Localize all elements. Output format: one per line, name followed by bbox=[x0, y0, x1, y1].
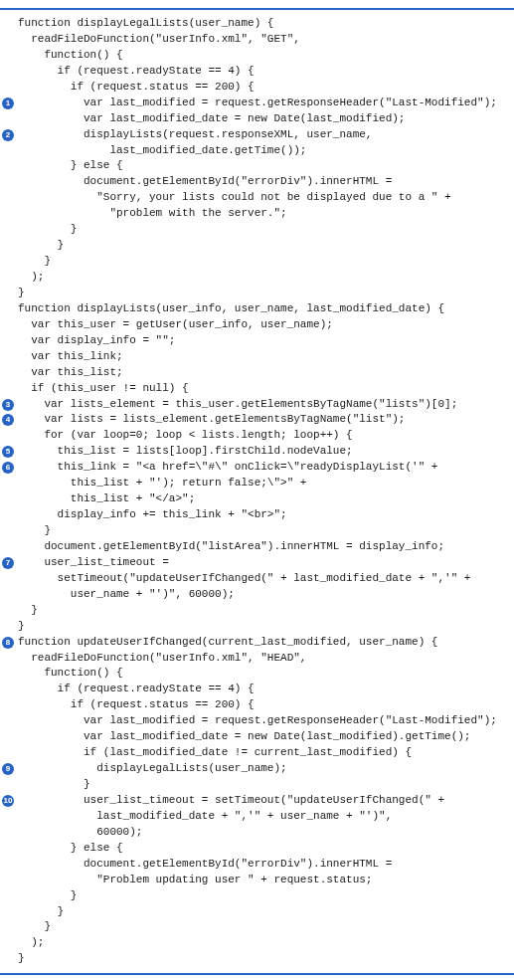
code-line: if (request.status == 200) { bbox=[0, 80, 514, 96]
code-line: 2 displayLists(request.responseXML, user… bbox=[0, 127, 514, 143]
code-area: function displayLegalLists(user_name) { … bbox=[0, 16, 514, 967]
code-text: } bbox=[18, 523, 514, 539]
code-text: displayLegalLists(user_name); bbox=[18, 761, 514, 777]
code-text: function() { bbox=[18, 666, 514, 682]
code-text: var this_list; bbox=[18, 365, 514, 381]
callout-number-icon: 3 bbox=[2, 399, 14, 411]
code-line: } bbox=[0, 777, 514, 793]
code-line: var this_link; bbox=[0, 349, 514, 365]
code-text: } bbox=[18, 777, 514, 793]
code-line: this_list + "'); return false;\">" + bbox=[0, 476, 514, 491]
code-text: if (request.status == 200) { bbox=[18, 80, 514, 96]
code-text: if (last_modified_date != current_last_m… bbox=[18, 745, 514, 761]
callout-number-icon: 1 bbox=[2, 98, 14, 109]
code-line: } bbox=[0, 619, 514, 635]
code-text: var last_modified_date = new Date(last_m… bbox=[18, 729, 514, 745]
code-text: "Sorry, your lists could not be displaye… bbox=[18, 190, 514, 206]
code-text: var last_modified_date = new Date(last_m… bbox=[18, 111, 514, 127]
code-text: this_list + "</a>"; bbox=[18, 491, 514, 507]
callout-number-icon: 7 bbox=[2, 557, 14, 569]
callout-number-icon: 2 bbox=[2, 129, 14, 141]
code-text: } bbox=[18, 238, 514, 254]
callout-marker: 10 bbox=[0, 793, 18, 809]
code-line: this_list + "</a>"; bbox=[0, 491, 514, 507]
code-line: var display_info = ""; bbox=[0, 333, 514, 349]
code-line: 6 this_link = "<a href=\"#\" onClick=\"r… bbox=[0, 460, 514, 476]
code-text: var lists_element = this_user.getElement… bbox=[18, 397, 514, 413]
code-line: } bbox=[0, 222, 514, 238]
code-line: } bbox=[0, 904, 514, 920]
code-line: var last_modified = request.getResponseH… bbox=[0, 713, 514, 729]
code-text: document.getElementById("errorDiv").inne… bbox=[18, 857, 514, 873]
code-line: } bbox=[0, 523, 514, 539]
code-line: function displayLists(user_info, user_na… bbox=[0, 301, 514, 317]
code-text: } bbox=[18, 603, 514, 619]
code-text: readFileDoFunction("userInfo.xml", "GET"… bbox=[18, 32, 514, 48]
code-text: } bbox=[18, 222, 514, 238]
code-text: "Problem updating user " + request.statu… bbox=[18, 873, 514, 888]
callout-number-icon: 4 bbox=[2, 414, 14, 426]
code-text: var this_user = getUser(user_info, user_… bbox=[18, 317, 514, 333]
code-text: this_list + "'); return false;\">" + bbox=[18, 476, 514, 491]
code-line: 4 var lists = lists_element.getElementsB… bbox=[0, 412, 514, 428]
callout-marker: 4 bbox=[0, 412, 18, 428]
code-line: 3 var lists_element = this_user.getEleme… bbox=[0, 397, 514, 413]
code-line: ); bbox=[0, 935, 514, 951]
callout-marker: 1 bbox=[0, 96, 18, 111]
code-text: if (this_user != null) { bbox=[18, 381, 514, 397]
code-line: "problem with the server."; bbox=[0, 206, 514, 222]
code-text: if (request.status == 200) { bbox=[18, 697, 514, 713]
code-line: var this_user = getUser(user_info, user_… bbox=[0, 317, 514, 333]
code-line: } bbox=[0, 254, 514, 270]
code-text: } else { bbox=[18, 841, 514, 857]
callout-marker: 6 bbox=[0, 460, 18, 476]
code-line: document.getElementById("listArea").inne… bbox=[0, 539, 514, 555]
code-text: } bbox=[18, 888, 514, 904]
code-text: var this_link; bbox=[18, 349, 514, 365]
code-line: } bbox=[0, 603, 514, 619]
code-text: function displayLegalLists(user_name) { bbox=[18, 16, 514, 32]
code-line: 9 displayLegalLists(user_name); bbox=[0, 761, 514, 777]
callout-number-icon: 5 bbox=[2, 446, 14, 458]
code-line: if (request.status == 200) { bbox=[0, 697, 514, 713]
code-line: if (last_modified_date != current_last_m… bbox=[0, 745, 514, 761]
code-line: for (var loop=0; loop < lists.length; lo… bbox=[0, 428, 514, 444]
code-text: last_modified_date.getTime()); bbox=[18, 143, 514, 159]
code-text: if (request.readyState == 4) { bbox=[18, 682, 514, 697]
code-text: this_list = lists[loop].firstChild.nodeV… bbox=[18, 444, 514, 460]
code-text: readFileDoFunction("userInfo.xml", "HEAD… bbox=[18, 651, 514, 667]
code-line: } bbox=[0, 888, 514, 904]
code-text: function() { bbox=[18, 48, 514, 64]
code-text: document.getElementById("errorDiv").inne… bbox=[18, 174, 514, 190]
code-line: 60000); bbox=[0, 825, 514, 841]
code-line: user_name + "')", 60000); bbox=[0, 587, 514, 603]
code-line: function displayLegalLists(user_name) { bbox=[0, 16, 514, 32]
code-text: user_list_timeout = bbox=[18, 555, 514, 571]
code-line: function() { bbox=[0, 666, 514, 682]
callout-number-icon: 6 bbox=[2, 462, 14, 474]
callout-number-icon: 10 bbox=[2, 795, 14, 807]
code-line: "Problem updating user " + request.statu… bbox=[0, 873, 514, 888]
code-line: document.getElementById("errorDiv").inne… bbox=[0, 174, 514, 190]
code-line: readFileDoFunction("userInfo.xml", "HEAD… bbox=[0, 651, 514, 667]
code-text: function displayLists(user_info, user_na… bbox=[18, 301, 514, 317]
code-text: this_link = "<a href=\"#\" onClick=\"rea… bbox=[18, 460, 514, 476]
code-line: } bbox=[0, 951, 514, 967]
code-text: } bbox=[18, 951, 514, 967]
code-line: } bbox=[0, 286, 514, 301]
callout-number-icon: 9 bbox=[2, 763, 14, 775]
code-text: document.getElementById("listArea").inne… bbox=[18, 539, 514, 555]
code-line: last_modified_date.getTime()); bbox=[0, 143, 514, 159]
code-text: var last_modified = request.getResponseH… bbox=[18, 96, 514, 111]
code-text: } else { bbox=[18, 158, 514, 174]
code-line: "Sorry, your lists could not be displaye… bbox=[0, 190, 514, 206]
code-line: } else { bbox=[0, 158, 514, 174]
code-line: if (this_user != null) { bbox=[0, 381, 514, 397]
code-text: ); bbox=[18, 270, 514, 286]
code-line: } bbox=[0, 238, 514, 254]
code-listing: function displayLegalLists(user_name) { … bbox=[0, 8, 514, 975]
callout-marker: 2 bbox=[0, 127, 18, 143]
code-text: if (request.readyState == 4) { bbox=[18, 64, 514, 80]
callout-marker: 8 bbox=[0, 635, 18, 651]
code-line: 10 user_list_timeout = setTimeout("updat… bbox=[0, 793, 514, 809]
